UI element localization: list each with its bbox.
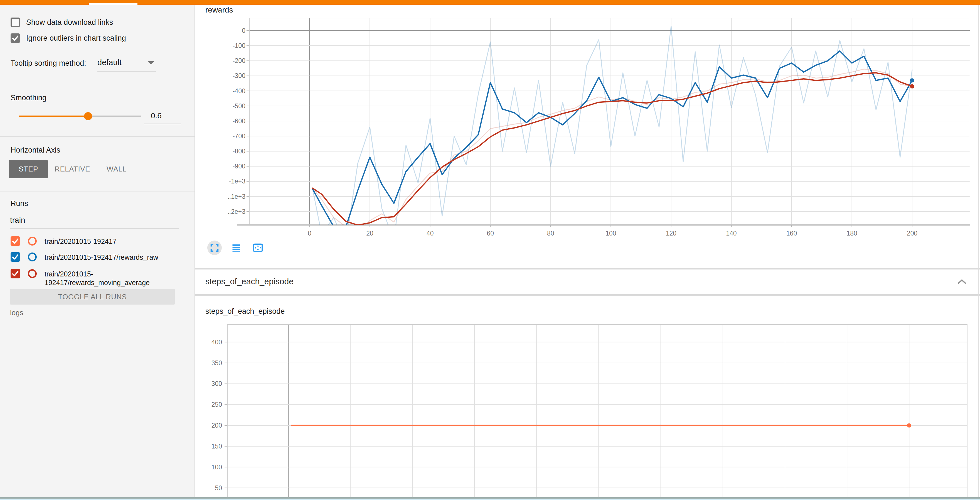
svg-text:-800: -800 (232, 148, 245, 155)
horizontal-scrollbar[interactable] (0, 498, 980, 500)
run-label: train/20201015-192417 (45, 237, 195, 246)
svg-text:140: 140 (726, 230, 737, 237)
svg-text:-300: -300 (232, 72, 245, 80)
fit-domain-button[interactable] (251, 240, 265, 255)
svg-text:-700: -700 (232, 132, 245, 140)
svg-text:40: 40 (426, 230, 434, 237)
svg-text:400: 400 (212, 339, 222, 346)
tooltip-sorting-select[interactable]: default (97, 58, 156, 72)
smoothing-slider-fill (19, 116, 88, 117)
svg-text:-1.1e+3: -1.1e+3 (228, 193, 245, 200)
svg-text:-100: -100 (232, 42, 245, 49)
runs-label: Runs (11, 199, 28, 208)
ignore-outliers-label: Ignore outliers in chart scaling (26, 34, 126, 43)
run-checkbox[interactable] (11, 236, 20, 246)
horizontal-axis-label: Horizontal Axis (11, 146, 60, 154)
svg-text:-900: -900 (232, 162, 245, 170)
check-icon (11, 270, 19, 277)
steps-section-title: steps_of_each_episode (205, 277, 294, 286)
log-scale-icon (231, 243, 241, 253)
axis-step-button[interactable]: STEP (9, 160, 48, 178)
app-toolbar (0, 0, 980, 5)
fullscreen-button[interactable] (207, 240, 222, 255)
axis-wall-button[interactable]: WALL (98, 160, 135, 178)
logs-path-label: logs (10, 309, 23, 317)
run-checkbox[interactable] (11, 252, 20, 262)
steps-section-header[interactable]: steps_of_each_episode (195, 269, 978, 294)
svg-text:200: 200 (212, 422, 222, 429)
run-row[interactable]: train/20201015-192417/rewards_raw (11, 252, 195, 262)
fit-domain-icon (253, 243, 263, 253)
section-divider (195, 294, 980, 296)
run-checkbox[interactable] (11, 269, 20, 279)
svg-text:20: 20 (366, 230, 374, 237)
tooltip-sorting-label: Tooltip sorting method: (11, 59, 86, 68)
svg-text:0: 0 (242, 27, 245, 34)
divider (0, 191, 195, 192)
run-color-ring[interactable] (28, 237, 37, 245)
run-row[interactable]: train/20201015-192417/rewards_moving_ave… (11, 269, 195, 287)
smoothing-value-input[interactable]: 0.6 (144, 111, 181, 124)
steps-chart-title: steps_of_each_episode (205, 307, 285, 316)
svg-text:-600: -600 (232, 118, 245, 125)
run-color-ring[interactable] (28, 269, 37, 278)
run-label: train/20201015-192417/rewards_raw (45, 253, 195, 262)
chart-toolbar (207, 240, 265, 255)
svg-text:100: 100 (212, 463, 222, 471)
axis-relative-button[interactable]: RELATIVE (53, 160, 91, 178)
fullscreen-icon (210, 243, 220, 253)
settings-sidebar: Show data download links Ignore outliers… (0, 5, 195, 500)
svg-text:-1.2e+3: -1.2e+3 (228, 208, 245, 215)
chevron-up-icon (956, 279, 967, 285)
smoothing-label: Smoothing (11, 94, 46, 102)
ignore-outliers-row[interactable]: Ignore outliers in chart scaling (11, 33, 126, 43)
smoothing-slider-thumb[interactable] (84, 112, 92, 120)
svg-text:160: 160 (786, 230, 797, 237)
run-label: train/20201015-192417/rewards_moving_ave… (45, 270, 195, 287)
dashboard-main: rewards 0-100-200-300-400-500-600-700-80… (195, 5, 980, 500)
svg-text:-400: -400 (232, 88, 245, 95)
svg-text:200: 200 (907, 230, 917, 237)
show-download-links-label: Show data download links (26, 18, 113, 27)
svg-text:60: 60 (487, 230, 494, 237)
svg-text:120: 120 (666, 230, 676, 237)
svg-text:350: 350 (212, 360, 222, 367)
check-icon (11, 34, 19, 42)
ignore-outliers-checkbox[interactable] (11, 33, 20, 43)
collapse-section-button[interactable] (956, 279, 967, 286)
check-icon (11, 237, 19, 245)
page-right-edge (978, 5, 978, 500)
tensorboard-app: Show data download links Ignore outliers… (0, 0, 980, 500)
run-row[interactable]: train/20201015-192417 (11, 236, 195, 246)
svg-text:100: 100 (606, 230, 616, 237)
svg-text:-1e+3: -1e+3 (229, 178, 245, 185)
svg-text:250: 250 (212, 401, 222, 408)
check-icon (11, 253, 19, 261)
show-download-links-checkbox[interactable] (11, 18, 20, 27)
svg-text:150: 150 (212, 443, 222, 450)
svg-text:80: 80 (547, 230, 554, 237)
toggle-all-runs-button[interactable]: TOGGLE ALL RUNS (10, 289, 175, 304)
svg-text:50: 50 (215, 484, 222, 492)
svg-text:300: 300 (212, 380, 222, 387)
runs-filter-input[interactable]: train (10, 216, 179, 229)
svg-text:180: 180 (846, 230, 857, 237)
svg-text:0: 0 (308, 230, 311, 237)
rewards-line-chart[interactable]: 0-100-200-300-400-500-600-700-800-900-1e… (228, 17, 977, 242)
divider (0, 136, 195, 137)
steps-line-chart[interactable]: 40035030025020015010050 (206, 323, 977, 500)
rewards-chart-title: rewards (205, 6, 233, 14)
show-download-links-row[interactable]: Show data download links (11, 18, 113, 27)
run-color-ring[interactable] (28, 253, 37, 261)
svg-text:-500: -500 (232, 102, 245, 110)
log-scale-button[interactable] (229, 240, 243, 255)
tooltip-sorting-value: default (97, 58, 122, 67)
chevron-down-icon (148, 61, 154, 65)
divider (0, 84, 195, 84)
svg-text:-200: -200 (232, 57, 245, 64)
